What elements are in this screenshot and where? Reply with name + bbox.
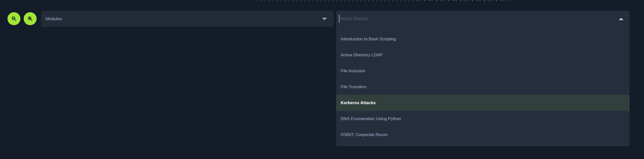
module-select-search-row: [336, 11, 630, 27]
chevron-down-icon: [322, 18, 327, 20]
option-dns-enumeration-using-python[interactable]: DNS Enumeration Using Python: [336, 111, 630, 127]
option-introduction-to-bash-scripting[interactable]: Introduction to Bash Scripting: [336, 31, 630, 47]
option-active-directory-ldap[interactable]: Active Directory LDAP: [336, 47, 630, 63]
magnifier-minus-icon: [11, 16, 17, 22]
option-osint-corporate-recon[interactable]: OSINT: Corporate Recon: [336, 127, 630, 143]
magnifier-plus-icon: [28, 16, 33, 22]
module-select-input[interactable]: [339, 16, 616, 22]
option-file-transfers[interactable]: File Transfers: [336, 79, 630, 95]
zoom-in-button[interactable]: [24, 12, 36, 25]
module-option-list: Introduction to Bash Scripting Active Di…: [336, 31, 630, 143]
option-file-inclusion[interactable]: File Inclusion: [336, 63, 630, 79]
modules-dropdown-label: Modules: [46, 16, 322, 22]
option-kerberos-attacks[interactable]: Kerberos Attacks: [336, 95, 630, 111]
modules-dropdown[interactable]: Modules: [41, 11, 334, 27]
chevron-up-icon[interactable]: [618, 18, 624, 20]
module-select-panel: Introduction to Bash Scripting Active Di…: [336, 11, 630, 146]
zoom-out-button[interactable]: [8, 12, 20, 25]
clipped-text-row-accent: [418, 0, 503, 1]
text-cursor: [339, 15, 340, 23]
page: Modules Introduction to Bash Scripting A…: [0, 0, 644, 159]
